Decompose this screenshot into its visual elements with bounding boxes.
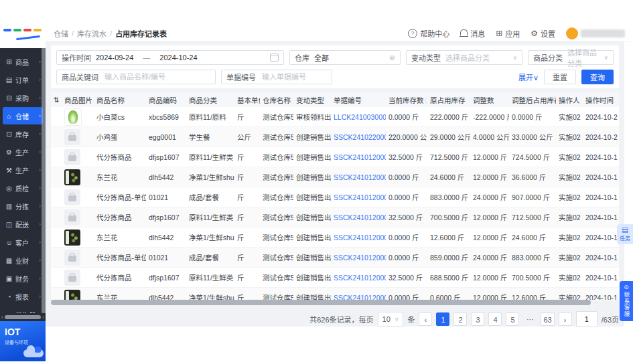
- scroll-left-icon[interactable]: ‹: [1, 314, 3, 321]
- tasks-floating-button[interactable]: ▤ 任务: [617, 224, 633, 244]
- doc-number-link[interactable]: SSCK24102200001: [334, 133, 386, 141]
- messages-button[interactable]: 消息: [460, 28, 485, 39]
- sidebar-item-biz-finance[interactable]: ▦业财›: [3, 252, 43, 269]
- sidebar-item-purchase[interactable]: ⊟采购›: [3, 89, 43, 106]
- tasks-icon: ▤: [622, 227, 628, 234]
- production-2-icon: ⚒: [5, 167, 13, 174]
- page-jump-input[interactable]: [576, 311, 597, 327]
- cell-current: 220.0000 公斤: [386, 127, 427, 147]
- sidebar-item-quality-check[interactable]: ◎质检›: [3, 179, 43, 197]
- gear-icon: ⚙: [531, 29, 538, 37]
- sidebar-item-production-2[interactable]: ⚒生产›: [3, 161, 43, 179]
- cell-name: 代分拣商品: [94, 207, 146, 227]
- date-end-value[interactable]: 2024-10-24: [159, 54, 197, 62]
- cell-current: 0.0000 斤: [386, 187, 427, 207]
- cell-after: 0.0000 斤: [509, 107, 556, 127]
- total-records-text: 共626条记录，每页: [309, 314, 373, 325]
- doc-number-field[interactable]: 单据编号: [221, 70, 332, 84]
- filter-row-1: 操作时间 2024-09-24 — 2024-10-24 仓库 全部 ⊗ 变动类…: [56, 50, 614, 65]
- page-button-63[interactable]: 63: [541, 312, 554, 326]
- sidebar-item-orders[interactable]: ▤订单›: [3, 71, 43, 88]
- doc-number-link[interactable]: SSCK24101200004: [334, 153, 386, 161]
- page-button-3[interactable]: 3: [471, 312, 484, 326]
- cell-current: 0.0000 斤: [386, 167, 427, 187]
- hscroll-thumb[interactable]: [51, 300, 591, 305]
- chevron-right-icon: ›: [39, 293, 41, 300]
- table-row: 小鸡蛋egg0001学生餐公斤测试仓库5创建销售出库SSCK2410220000…: [51, 127, 619, 147]
- page-ellipsis[interactable]: ···: [523, 312, 537, 326]
- search-button[interactable]: 查询: [581, 70, 614, 84]
- doc-number-link[interactable]: SSCK24101200002: [334, 274, 386, 282]
- doc-number-input[interactable]: [261, 72, 327, 82]
- doc-number-link[interactable]: SSCK24101200003: [334, 193, 386, 201]
- chevron-right-icon: ›: [39, 257, 41, 264]
- date-range-field[interactable]: 操作时间 2024-09-24 — 2024-10-24: [56, 50, 284, 65]
- chevron-right-icon: ›: [39, 76, 41, 83]
- page-size-select[interactable]: 10 ∨: [378, 312, 404, 327]
- page-button-1[interactable]: 1: [436, 312, 449, 326]
- sidebar-item-finance[interactable]: ▣财务›: [3, 270, 43, 287]
- breadcrumb-item[interactable]: 库存流水: [77, 28, 107, 39]
- column-header-select[interactable]: ⇅: [51, 92, 62, 107]
- sidebar-item-warehouse[interactable]: ⌂仓储›: [3, 107, 43, 124]
- cell-code: 01021: [146, 187, 186, 207]
- doc-number-link[interactable]: LLCK24100300001: [334, 113, 386, 121]
- expand-link[interactable]: 展开∨: [518, 72, 539, 82]
- page-button-5[interactable]: 5: [506, 312, 519, 326]
- cell-original: 859.0000 斤: [427, 248, 470, 268]
- product-image: [64, 149, 80, 165]
- contact-support-button[interactable]: ⊙ 联系客服: [620, 281, 633, 321]
- page-button-2[interactable]: 2: [453, 312, 467, 326]
- sidebar-item-label: 商品: [15, 57, 39, 67]
- doc-number-link[interactable]: SSCK24101200002: [334, 254, 386, 262]
- chevron-right-icon: ›: [39, 185, 41, 191]
- keyword-input[interactable]: [103, 72, 210, 82]
- horizontal-scrollbar[interactable]: [51, 300, 619, 305]
- clear-icon[interactable]: ⊗: [389, 54, 395, 62]
- page-button-4[interactable]: 4: [488, 312, 502, 326]
- cell-category: 原料11/生鲜类: [186, 207, 234, 227]
- sidebar-item-sorting[interactable]: ▥分拣›: [3, 197, 43, 215]
- cell-change_type: 创建销售出库: [293, 248, 331, 268]
- sidebar-item-reports[interactable]: ◔报表›: [3, 288, 43, 305]
- keyword-field[interactable]: 商品关键词: [56, 70, 216, 84]
- cell-original: 700.5000 斤: [427, 207, 470, 227]
- settings-button[interactable]: ⚙ 设置: [531, 28, 555, 39]
- sidebar-item-delivery[interactable]: ◫配送›: [3, 215, 43, 233]
- doc-number-link[interactable]: SSCK24101200003: [334, 213, 386, 221]
- warehouse-select[interactable]: 仓库 全部 ⊗: [289, 50, 401, 65]
- prev-page-button[interactable]: ‹: [419, 312, 432, 326]
- date-start-value[interactable]: 2024-09-24: [96, 54, 133, 62]
- reset-button[interactable]: 重置: [544, 70, 576, 84]
- sidebar-hscroll-thumb[interactable]: [5, 315, 41, 319]
- sidebar: ⊞商品›▤订单›⊟采购›⌂仓储›⊡库存›⚙生产›⚒生产›◎质检›▥分拣›◫配送›…: [0, 48, 46, 313]
- breadcrumb-item[interactable]: 仓储: [54, 28, 68, 39]
- sidebar-item-inventory[interactable]: ⊡库存›: [3, 125, 43, 143]
- cell-adjust: 24.0000 斤: [470, 187, 509, 207]
- cell-time: 2024-10-1: [583, 268, 619, 288]
- inventory-icon: ⊡: [5, 130, 13, 138]
- chevron-down-icon: ∨: [512, 54, 517, 61]
- production-icon: ⚙: [5, 149, 13, 156]
- biz-finance-icon: ▦: [5, 257, 13, 264]
- doc-number-link[interactable]: SSCK24101200002: [334, 234, 386, 242]
- cell-image: [62, 268, 94, 288]
- sidebar-item-goods[interactable]: ⊞商品›: [3, 53, 43, 70]
- sidebar-item-production[interactable]: ⚙生产›: [3, 143, 43, 161]
- cell-current: 0.0000 斤: [386, 107, 427, 127]
- apps-button[interactable]: ⊞ 应用: [496, 28, 520, 39]
- cell-unit: 斤: [234, 167, 260, 187]
- cloud-icon: [23, 349, 44, 357]
- scroll-right-icon[interactable]: ›: [42, 314, 44, 321]
- doc-number-link[interactable]: SSCK24101200003: [334, 173, 386, 181]
- change-type-select[interactable]: 变动类型 选择商品分类 ∨: [406, 50, 522, 65]
- category-select[interactable]: 商品分类 选择商品分类 ∨: [528, 50, 614, 65]
- sorting-icon: ▥: [5, 203, 13, 210]
- next-page-button[interactable]: ›: [559, 312, 572, 326]
- table-body: 小白菜csxbcs5869原料11/原料斤测试仓库5审核领料出库LLCK2410…: [51, 107, 619, 305]
- iot-banner[interactable]: IOT 设备与环境: [0, 321, 46, 361]
- help-center-button[interactable]: ? 帮助中心: [408, 28, 449, 39]
- column-header-time: 操作时间: [583, 92, 619, 107]
- user-menu[interactable]: [566, 27, 625, 39]
- sidebar-item-customers[interactable]: ☺客户›: [3, 234, 43, 251]
